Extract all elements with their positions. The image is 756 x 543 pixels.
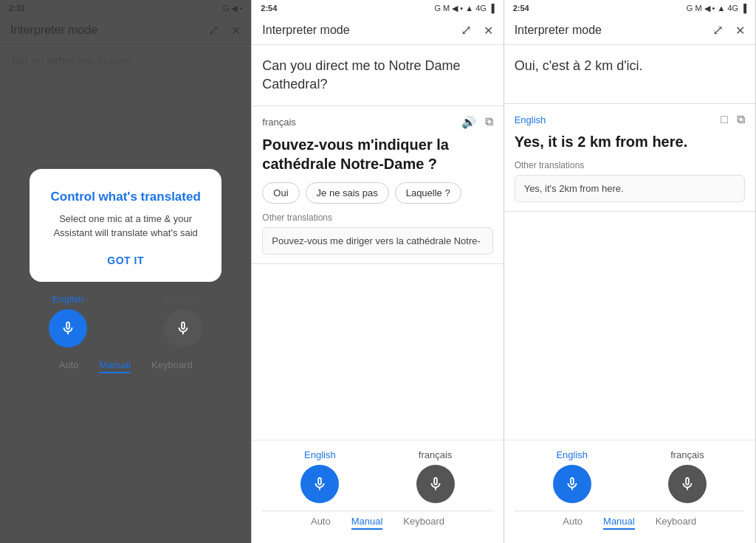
tab-keyboard-2[interactable]: Keyboard — [403, 516, 444, 530]
expand-icon-3[interactable]: □ — [721, 113, 728, 126]
expand-button-3[interactable]: ⤢ — [712, 22, 724, 38]
mic-button-english-1[interactable] — [49, 309, 87, 347]
signal-icons-3: ◀ • ▲ 4G ▐ — [704, 4, 746, 13]
dark-overlay-1: Control what's translated Select one mic… — [0, 0, 251, 543]
tab-auto-3[interactable]: Auto — [563, 516, 583, 530]
output-icons-2: 🔊 ⧉ — [461, 115, 493, 129]
other-translations-label-3: Other translations — [515, 160, 745, 170]
spacer-3 — [504, 212, 755, 440]
panel-2: 2:54 G M ◀ • ▲ 4G ▐ Interpreter mode ⤢ ✕… — [252, 0, 504, 543]
mic-row-2: English français — [262, 449, 492, 503]
spacer-2 — [252, 264, 503, 440]
translated-text-3: Yes, it is 2 km from here. — [515, 132, 745, 151]
modal-card-1: Control what's translated Select one mic… — [30, 169, 221, 282]
close-button-3[interactable]: ✕ — [735, 24, 745, 38]
tab-auto-2[interactable]: Auto — [311, 516, 331, 530]
time-3: 2:54 — [513, 4, 529, 13]
mic-group-english-1: English — [49, 294, 87, 347]
header-icons-3: ⤢ ✕ — [712, 22, 745, 38]
mic-icon-francais-3 — [679, 476, 695, 492]
chips-row-2: Oui Je ne sais pas Laquelle ? — [262, 182, 492, 204]
mic-area-overlay-1: English français — [0, 294, 251, 387]
tab-keyboard-1[interactable]: Keyboard — [151, 359, 193, 373]
signal-icons-2: ◀ • ▲ 4G ▐ — [452, 4, 494, 13]
modal-body-1: Select one mic at a time & your Assistan… — [47, 212, 204, 241]
mic-group-francais-1: français — [164, 294, 202, 347]
chip-ne-sais-pas[interactable]: Je ne sais pas — [306, 182, 389, 204]
header-2: Interpreter mode ⤢ ✕ — [252, 16, 503, 45]
mic-area-3: English français Auto Manual Keyboard — [504, 440, 755, 543]
mic-row-3: English français — [515, 449, 745, 503]
mic-area-2: English français Auto Manual Keyboard — [252, 440, 503, 543]
mic-button-english-3[interactable] — [553, 465, 591, 503]
panel-3: 2:54 G M ◀ • ▲ 4G ▐ Interpreter mode ⤢ ✕… — [504, 0, 756, 543]
francais-label-3: français — [670, 449, 704, 460]
got-it-button[interactable]: GOT IT — [107, 255, 144, 266]
tab-manual-2[interactable]: Manual — [351, 516, 383, 530]
lang-row-2: français 🔊 ⧉ — [262, 115, 492, 129]
status-bar-3: 2:54 G M ◀ • ▲ 4G ▐ — [504, 0, 755, 16]
bottom-tabs-3: Auto Manual Keyboard — [515, 511, 745, 536]
input-text-2: Can you direct me to Notre Dame Cathedra… — [252, 45, 503, 106]
volume-icon-2[interactable]: 🔊 — [461, 115, 476, 129]
output-lang-label-2: français — [262, 117, 296, 128]
network-icon-3: G M — [687, 4, 702, 13]
mic-button-francais-2[interactable] — [416, 465, 455, 503]
network-icon-2: G M — [434, 4, 450, 13]
status-icons-2: G M ◀ • ▲ 4G ▐ — [434, 4, 494, 13]
header-title-2: Interpreter mode — [262, 24, 349, 37]
chip-oui[interactable]: Oui — [262, 182, 299, 204]
english-label-3: English — [556, 449, 588, 460]
chip-laquelle[interactable]: Laquelle ? — [395, 182, 461, 204]
tab-keyboard-3[interactable]: Keyboard — [656, 516, 697, 530]
other-translation-box-2: Pouvez-vous me diriger vers la cathédral… — [262, 227, 492, 255]
output-lang-label-3: English — [515, 114, 546, 125]
status-bar-2: 2:54 G M ◀ • ▲ 4G ▐ — [252, 0, 503, 16]
header-title-3: Interpreter mode — [515, 24, 602, 37]
francais-label-2: français — [419, 449, 453, 460]
panel-1: 2:31 G ◀ • Interpreter mode ⤢ ✕ Tap on e… — [0, 0, 252, 543]
header-3: Interpreter mode ⤢ ✕ — [504, 16, 755, 45]
mic-icon-english-1 — [60, 320, 76, 336]
mic-button-francais-3[interactable] — [668, 465, 707, 503]
expand-button-2[interactable]: ⤢ — [461, 22, 472, 38]
close-button-2[interactable]: ✕ — [484, 24, 493, 38]
input-text-3: Oui, c'est à 2 km d'ici. — [504, 45, 755, 104]
output-icons-3: □ ⧉ — [721, 113, 745, 126]
mic-row-1: English français — [10, 294, 241, 347]
tab-auto-1[interactable]: Auto — [59, 359, 79, 373]
header-icons-2: ⤢ ✕ — [461, 22, 493, 38]
bottom-tabs-2: Auto Manual Keyboard — [262, 511, 492, 536]
mic-icon-english-2 — [312, 476, 328, 492]
time-2: 2:54 — [261, 4, 277, 13]
modal-title-1: Control what's translated — [47, 190, 204, 204]
mic-button-francais-1[interactable] — [164, 309, 202, 347]
tab-manual-1[interactable]: Manual — [99, 359, 131, 373]
english-label-2: English — [304, 449, 336, 460]
other-translation-box-3: Yes, it's 2km from here. — [515, 175, 745, 202]
mic-group-francais-3: français — [668, 449, 707, 503]
bottom-tabs-1: Auto Manual Keyboard — [10, 355, 241, 379]
tab-manual-3[interactable]: Manual — [603, 516, 635, 530]
mic-group-francais-2: français — [416, 449, 455, 503]
copy-icon-3[interactable]: ⧉ — [737, 113, 745, 126]
mic-icon-francais-2 — [427, 476, 444, 492]
translation-output-2: français 🔊 ⧉ Pouvez-vous m'indiquer la c… — [252, 106, 503, 264]
mic-icon-english-3 — [564, 476, 580, 492]
mic-group-english-2: English — [300, 449, 339, 503]
francais-label-1: français — [166, 294, 200, 305]
status-icons-3: G M ◀ • ▲ 4G ▐ — [687, 4, 746, 13]
mic-button-english-2[interactable] — [300, 465, 339, 503]
translation-output-3: English □ ⧉ Yes, it is 2 km from here. O… — [504, 104, 755, 212]
mic-group-english-3: English — [553, 449, 591, 503]
copy-icon-2[interactable]: ⧉ — [485, 115, 493, 129]
lang-row-3: English □ ⧉ — [515, 113, 745, 126]
translated-text-2: Pouvez-vous m'indiquer la cathédrale Not… — [262, 135, 492, 173]
mic-icon-francais-1 — [175, 320, 191, 336]
english-label-1: English — [52, 294, 84, 305]
other-translations-label-2: Other translations — [262, 212, 492, 223]
